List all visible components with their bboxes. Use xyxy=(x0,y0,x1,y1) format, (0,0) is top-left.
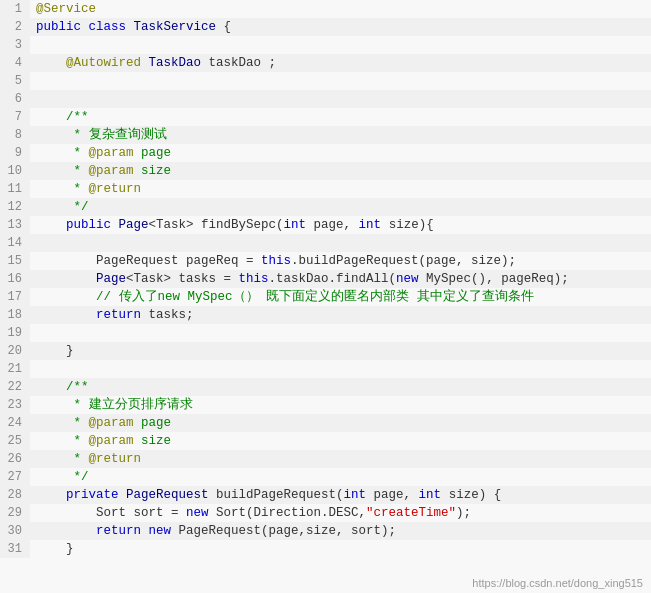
token-plain: Sort sort = xyxy=(36,506,186,520)
token-plain xyxy=(36,218,66,232)
code-line-content: } xyxy=(30,540,651,558)
token-comment: // xyxy=(36,290,119,304)
table-row: 18 return tasks; xyxy=(0,306,651,324)
line-number: 1 xyxy=(0,0,30,18)
code-line-content: */ xyxy=(30,198,651,216)
code-line-content: * @param page xyxy=(30,414,651,432)
code-line-content: * @param page xyxy=(30,144,651,162)
code-line-content xyxy=(30,72,651,90)
line-number: 14 xyxy=(0,234,30,252)
line-number: 27 xyxy=(0,468,30,486)
token-comment: * xyxy=(36,416,89,430)
token-kw: int xyxy=(284,218,307,232)
token-plain: .buildPageRequest(page, size); xyxy=(291,254,516,268)
table-row: 6 xyxy=(0,90,651,108)
token-comment: /** xyxy=(36,380,89,394)
token-plain: MySpec() xyxy=(426,272,486,286)
table-row: 10 * @param size xyxy=(0,162,651,180)
table-row: 12 */ xyxy=(0,198,651,216)
code-line-content: * @return xyxy=(30,450,651,468)
code-line-content: Sort sort = new Sort(Direction.DESC,"cre… xyxy=(30,504,651,522)
table-row: 4 @Autowired TaskDao taskDao ; xyxy=(0,54,651,72)
token-comment: 传入了new MySpec（） 既下面定义的匿名内部类 其中定义了查询条件 xyxy=(119,290,534,304)
token-plain: size) { xyxy=(441,488,501,502)
token-plain: page, xyxy=(366,488,419,502)
line-number: 24 xyxy=(0,414,30,432)
table-row: 22 /** xyxy=(0,378,651,396)
token-plain: buildPageRequest( xyxy=(209,488,344,502)
line-number: 31 xyxy=(0,540,30,558)
table-row: 20 } xyxy=(0,342,651,360)
token-comment: * xyxy=(36,434,89,448)
code-line-content: * 建立分页排序请求 xyxy=(30,396,651,414)
token-comment-tag: @param xyxy=(89,416,134,430)
line-number: 25 xyxy=(0,432,30,450)
token-kw: public xyxy=(66,218,119,232)
line-number: 18 xyxy=(0,306,30,324)
line-number: 11 xyxy=(0,180,30,198)
line-number: 2 xyxy=(0,18,30,36)
table-row: 7 /** xyxy=(0,108,651,126)
token-kw: class xyxy=(89,20,134,34)
token-comment: */ xyxy=(36,200,89,214)
token-plain xyxy=(36,308,96,322)
token-comment: size xyxy=(134,434,172,448)
table-row: 17 // 传入了new MySpec（） 既下面定义的匿名内部类 其中定义了查… xyxy=(0,288,651,306)
code-table: 1@Service2public class TaskService {3 4 … xyxy=(0,0,651,558)
code-editor: 1@Service2public class TaskService {3 4 … xyxy=(0,0,651,593)
code-line-content: Page<Task> tasks = this.taskDao.findAll(… xyxy=(30,270,651,288)
code-line-content: private PageRequest buildPageRequest(int… xyxy=(30,486,651,504)
token-kw: new xyxy=(396,272,426,286)
table-row: 24 * @param page xyxy=(0,414,651,432)
token-plain xyxy=(36,524,96,538)
code-line-content: * 复杂查询测试 xyxy=(30,126,651,144)
line-number: 30 xyxy=(0,522,30,540)
token-plain: .taskDao.findAll( xyxy=(269,272,397,286)
table-row: 13 public Page<Task> findBySepc(int page… xyxy=(0,216,651,234)
table-row: 27 */ xyxy=(0,468,651,486)
code-line-content: public Page<Task> findBySepc(int page, i… xyxy=(30,216,651,234)
token-comment: page xyxy=(134,146,172,160)
token-comment-tag: @param xyxy=(89,146,134,160)
token-comment-tag: @return xyxy=(89,182,142,196)
watermark: https://blog.csdn.net/dong_xing515 xyxy=(472,577,643,589)
token-comment-tag: @param xyxy=(89,434,134,448)
table-row: 3 xyxy=(0,36,651,54)
line-number: 3 xyxy=(0,36,30,54)
token-annotation: @Service xyxy=(36,2,96,16)
code-line-content: // 传入了new MySpec（） 既下面定义的匿名内部类 其中定义了查询条件 xyxy=(30,288,651,306)
code-line-content: * @param size xyxy=(30,162,651,180)
token-classname: TaskDao xyxy=(141,56,201,70)
table-row: 15 PageRequest pageReq = this.buildPageR… xyxy=(0,252,651,270)
token-plain: tasks; xyxy=(141,308,194,322)
token-plain: ); xyxy=(456,506,471,520)
token-classname: Page xyxy=(119,218,149,232)
line-number: 26 xyxy=(0,450,30,468)
token-kw: int xyxy=(359,218,382,232)
code-line-content: * @return xyxy=(30,180,651,198)
token-plain: page, xyxy=(306,218,359,232)
token-kw: public xyxy=(36,20,89,34)
token-plain: , pageReq); xyxy=(486,272,569,286)
token-comment: 建立分页排序请求 xyxy=(89,398,193,412)
token-comment: * xyxy=(36,398,89,412)
table-row: 30 return new PageRequest(page,size, sor… xyxy=(0,522,651,540)
line-number: 6 xyxy=(0,90,30,108)
token-comment-tag: @return xyxy=(89,452,142,466)
token-comment: * xyxy=(36,452,89,466)
table-row: 21 xyxy=(0,360,651,378)
code-line-content: PageRequest pageReq = this.buildPageRequ… xyxy=(30,252,651,270)
code-line-content: @Autowired TaskDao taskDao ; xyxy=(30,54,651,72)
code-line-content: return new PageRequest(page,size, sort); xyxy=(30,522,651,540)
table-row: 31 } xyxy=(0,540,651,558)
line-number: 17 xyxy=(0,288,30,306)
line-number: 4 xyxy=(0,54,30,72)
token-comment: * xyxy=(36,128,89,142)
token-plain: } xyxy=(36,542,74,556)
line-number: 12 xyxy=(0,198,30,216)
token-classname: Page xyxy=(36,272,126,286)
table-row: 1@Service xyxy=(0,0,651,18)
line-number: 21 xyxy=(0,360,30,378)
code-line-content: * @param size xyxy=(30,432,651,450)
token-comment: size xyxy=(134,164,172,178)
